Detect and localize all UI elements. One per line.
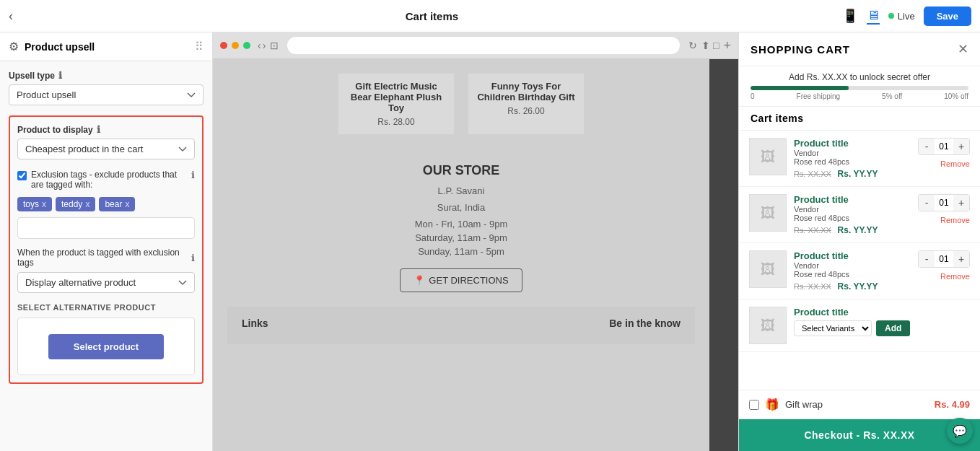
cart-item-1-qty-input[interactable] [935, 141, 953, 152]
exclusion-checkbox[interactable] [17, 171, 27, 180]
sidebar-content: Upsell type ℹ Product upsell Product to … [0, 61, 212, 451]
cart-title: SHOPPING CART [751, 43, 850, 56]
when-tagged-select[interactable]: Display alternative product [17, 272, 195, 293]
cart-item-1-remove-button[interactable]: Remove [940, 159, 970, 168]
chat-bubble[interactable]: 💬 [947, 418, 973, 444]
preview-website: Gift Electric Music Bear Elephant Plush … [213, 59, 709, 451]
cart-item-2-qty-minus[interactable]: - [919, 195, 935, 211]
browser-bookmark-icon[interactable]: □ [713, 40, 719, 51]
upsell-type-info-icon: ℹ [58, 70, 62, 81]
cart-item-4-add-button[interactable]: Add [876, 320, 910, 336]
cart-item-3: 🖼 Product title Vendor Rose red 48pcs Rs… [739, 243, 980, 299]
tag-teddy-remove[interactable]: x [85, 199, 89, 209]
tag-toys-remove[interactable]: x [42, 199, 46, 209]
cart-item-3-image: 🖼 [749, 250, 787, 288]
cart-item-2-image: 🖼 [749, 194, 787, 232]
cart-item-2-old-price: Rs. XX.XX [794, 226, 831, 235]
cart-item-2-vendor: Vendor [794, 205, 911, 214]
drag-icon[interactable]: ⠿ [195, 40, 204, 53]
cart-item-1-info: Product title Vendor Rose red 48pcs Rs. … [794, 138, 911, 179]
cart-close-button[interactable]: ✕ [958, 41, 968, 57]
browser-add-tab-icon[interactable]: + [723, 38, 731, 53]
main-layout: ⚙ Product upsell ⠿ Upsell type ℹ Product… [0, 32, 980, 451]
cart-item-1-new-price: Rs. YY.YY [838, 169, 878, 179]
milestone-5off: 5% off [882, 92, 902, 100]
live-label: Live [898, 11, 915, 22]
cart-item-2-new-price: Rs. YY.YY [838, 225, 878, 235]
exclusion-info-icon: ℹ [191, 170, 195, 180]
cart-header: SHOPPING CART ✕ [739, 32, 980, 66]
cart-items-list: 🖼 Product title Vendor Rose red 48pcs Rs… [739, 131, 980, 390]
product-to-display-label: Product to display ℹ [17, 124, 195, 135]
store-hours-3: Sunday, 11am - 5pm [242, 246, 681, 257]
desktop-view-icon[interactable]: 🖥 [867, 8, 880, 25]
select-product-button[interactable]: Select product [48, 334, 164, 359]
cart-item-4-variant-select[interactable]: Select Variants [794, 320, 872, 336]
product-display-section: Product to display ℹ Cheapest product in… [9, 115, 204, 384]
product-to-display-select[interactable]: Cheapest product in the cart [17, 139, 195, 159]
store-name: OUR STORE [242, 163, 681, 178]
gift-wrap-row: 🎁 Gift wrap Rs. 4.99 [739, 390, 980, 419]
upsell-type-label: Upsell type ℹ [9, 70, 204, 81]
browser-preview: ‹ › ⊡ ↻ ⬆ □ + Gift Electric Mu [213, 32, 738, 451]
cart-item-2-qty-plus[interactable]: + [953, 195, 969, 211]
cart-item-2-remove-button[interactable]: Remove [940, 216, 970, 224]
cart-item-3-qty-minus[interactable]: - [919, 251, 935, 267]
cart-item-1-title: Product title [794, 138, 911, 149]
cart-item-2-info: Product title Vendor Rose red 48pcs Rs. … [794, 194, 911, 235]
browser-share-icon[interactable]: ⬆ [701, 40, 710, 51]
milestone-0: 0 [751, 92, 755, 100]
cart-item-2-title: Product title [794, 194, 911, 205]
tag-bear-remove[interactable]: x [125, 199, 129, 209]
cart-item-1-image: 🖼 [749, 138, 787, 175]
image-placeholder-icon: 🖼 [761, 205, 775, 222]
cart-item-2-variant: Rose red 48pcs [794, 214, 911, 222]
save-button[interactable]: Save [924, 6, 971, 26]
top-bar-actions: 📱 🖥 Live Save [842, 6, 971, 26]
cart-item-3-qty-input[interactable] [935, 254, 953, 264]
milestone-free-shipping: Free shipping [797, 92, 841, 100]
sidebar-component-title: Product upsell [25, 41, 189, 53]
browser-actions: ⬆ □ [701, 40, 719, 51]
gear-icon: ⚙ [9, 40, 19, 53]
tag-input-area[interactable] [17, 217, 195, 239]
checkout-area: Checkout - Rs. XX.XX 💬 [739, 419, 980, 451]
cart-item-3-remove-button[interactable]: Remove [940, 272, 970, 281]
store-location: Surat, India [242, 202, 681, 213]
checkout-button[interactable]: Checkout - Rs. XX.XX [739, 419, 980, 451]
mobile-view-icon[interactable]: 📱 [842, 8, 858, 24]
get-directions-button[interactable]: 📍 GET DIRECTIONS [400, 268, 522, 292]
browser-url-bar[interactable] [287, 37, 680, 54]
gift-wrap-checkbox[interactable] [749, 400, 759, 410]
cart-progress-bar [751, 86, 968, 90]
cart-item-2-qty-input[interactable] [935, 198, 953, 208]
browser-expand-icon[interactable]: ⊡ [270, 40, 279, 51]
back-button[interactable]: ‹ [9, 9, 13, 24]
product-1-price: Rs. 28.00 [346, 117, 447, 127]
browser-back-arrow[interactable]: ‹ [258, 40, 261, 51]
cart-item-1-qty-plus[interactable]: + [953, 139, 969, 154]
cart-item-2: 🖼 Product title Vendor Rose red 48pcs Rs… [739, 187, 980, 243]
upsell-type-group: Upsell type ℹ Product upsell [9, 70, 204, 105]
cart-item-1-qty-minus[interactable]: - [919, 139, 935, 154]
store-hours-2: Saturday, 11am - 9pm [242, 232, 681, 243]
cart-item-4-select-row: Select Variants Add [794, 320, 970, 336]
cart-item-4-title: Product title [794, 307, 970, 318]
preview-area: ‹ › ⊡ ↻ ⬆ □ + Gift Electric Mu [213, 32, 738, 451]
product-2-title: Funny Toys For Children Birthday Gift [476, 81, 577, 102]
tag-toys-label: toys [23, 199, 39, 209]
product-1-title: Gift Electric Music Bear Elephant Plush … [346, 81, 447, 113]
gift-icon: 🎁 [765, 398, 779, 411]
cart-item-3-qty-plus[interactable]: + [953, 251, 969, 267]
live-indicator [888, 13, 894, 19]
upsell-type-select[interactable]: Product upsell [9, 84, 204, 105]
browser-refresh-icon[interactable]: ↻ [688, 40, 697, 51]
exclusion-tags-row: Exclusion tags - exclude products that a… [17, 170, 195, 190]
browser-forward-arrow[interactable]: › [263, 40, 266, 51]
cart-item-3-prices: Rs. XX.XX Rs. YY.YY [794, 281, 911, 292]
tag-toys: toys x [17, 197, 52, 211]
cart-item-4: 🖼 Product title Select Variants Add [739, 299, 980, 352]
when-tagged-group: When the product is tagged with exclusio… [17, 248, 195, 293]
top-bar: ‹ Cart items 📱 🖥 Live Save [0, 0, 980, 32]
exclusion-label: Exclusion tags - exclude products that a… [31, 170, 187, 190]
